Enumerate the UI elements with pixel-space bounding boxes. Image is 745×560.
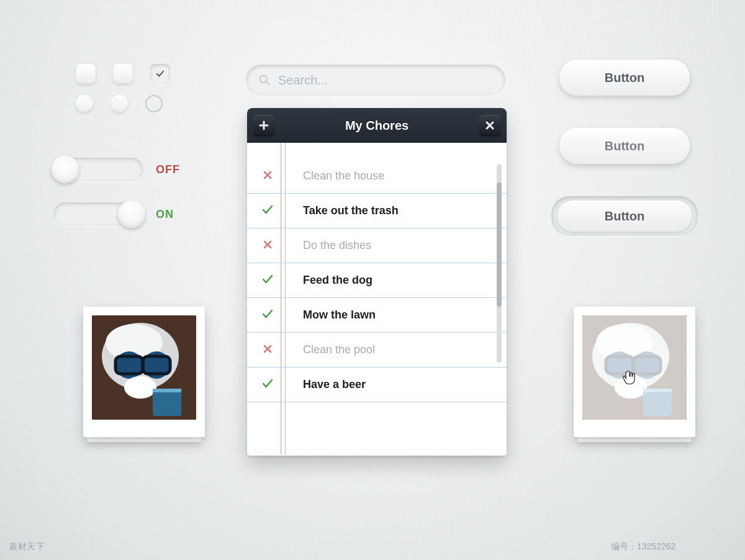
chore-text: Feed the dog (303, 274, 372, 287)
button-secondary[interactable]: Button (559, 128, 690, 164)
close-icon (485, 121, 494, 130)
polaroid-photo-overlay (582, 315, 687, 420)
search-icon (258, 74, 271, 86)
hand-cursor-icon (621, 369, 638, 386)
toggle-off[interactable] (53, 158, 143, 181)
button-primary[interactable]: Button (559, 60, 690, 96)
radio-outlined[interactable] (145, 95, 163, 112)
toggle-on-label: ON (156, 208, 174, 221)
chore-row[interactable]: Do the dishes (247, 228, 507, 263)
x-icon (261, 240, 274, 251)
checkbox-checked[interactable] (150, 64, 170, 84)
check-icon (261, 274, 274, 287)
toggle-on[interactable] (53, 202, 143, 226)
search-field[interactable] (246, 65, 505, 96)
chore-text: Take out the trash (303, 204, 399, 217)
chore-text: Do the dishes (303, 239, 371, 252)
avatar-illustration (582, 315, 687, 420)
chore-row[interactable]: Feed the dog (247, 263, 507, 298)
search-input[interactable] (278, 73, 493, 88)
close-button[interactable] (479, 115, 500, 136)
chore-row[interactable]: Clean the house (247, 159, 507, 194)
add-button[interactable] (253, 115, 274, 136)
svg-rect-20 (643, 389, 672, 416)
toggle-knob[interactable] (118, 201, 145, 228)
svg-rect-11 (153, 389, 181, 392)
chore-row[interactable]: Mow the lawn (247, 298, 507, 333)
radio-raised-2[interactable] (111, 95, 128, 112)
svg-point-9 (124, 376, 156, 399)
check-icon (156, 70, 165, 78)
form-controls-block (76, 64, 200, 124)
check-icon (261, 204, 274, 218)
checkbox-unchecked-2[interactable] (113, 64, 133, 84)
chore-row[interactable]: Have a beer (247, 368, 507, 402)
button-pressed-label: Button (558, 201, 692, 232)
avatar-illustration (92, 315, 196, 420)
x-icon (261, 171, 274, 182)
chore-text: Mow the lawn (303, 309, 376, 322)
chore-text: Clean the pool (303, 343, 375, 356)
x-icon (261, 345, 274, 356)
chore-row[interactable]: Clean the pool (247, 333, 507, 368)
svg-point-14 (596, 324, 653, 361)
chores-header: My Chores (247, 108, 507, 143)
polaroid-photo (92, 315, 196, 420)
watermark-credit: 编号：13252262 (611, 541, 675, 553)
chores-list: Clean the houseTake out the trashDo the … (247, 143, 507, 456)
buttons-block: Button Button Button (551, 60, 698, 236)
button-pressed[interactable]: Button (551, 196, 698, 236)
svg-rect-12 (582, 315, 687, 420)
toggle-knob[interactable] (52, 156, 79, 183)
scrollbar-thumb[interactable] (497, 183, 502, 307)
checkbox-unchecked-1[interactable] (76, 64, 96, 84)
plus-icon (259, 120, 269, 130)
svg-rect-10 (153, 389, 181, 416)
watermark-site: 素材天下 (9, 541, 45, 553)
chore-row[interactable]: Take out the trash (247, 194, 507, 228)
svg-rect-21 (643, 389, 672, 392)
toggle-off-label: OFF (156, 163, 180, 176)
chores-title: My Chores (345, 119, 409, 133)
svg-line-1 (266, 82, 269, 85)
chore-text: Have a beer (303, 378, 366, 391)
scrollbar-track[interactable] (497, 164, 502, 363)
chores-panel: My Chores Clean the houseTake out the tr… (247, 108, 507, 456)
toggles-block: OFF ON (53, 158, 209, 247)
chore-text: Clean the house (303, 169, 384, 183)
polaroid-stack-normal[interactable] (83, 307, 205, 437)
radio-raised-1[interactable] (76, 95, 93, 112)
check-icon (261, 309, 274, 322)
check-icon (261, 378, 274, 392)
